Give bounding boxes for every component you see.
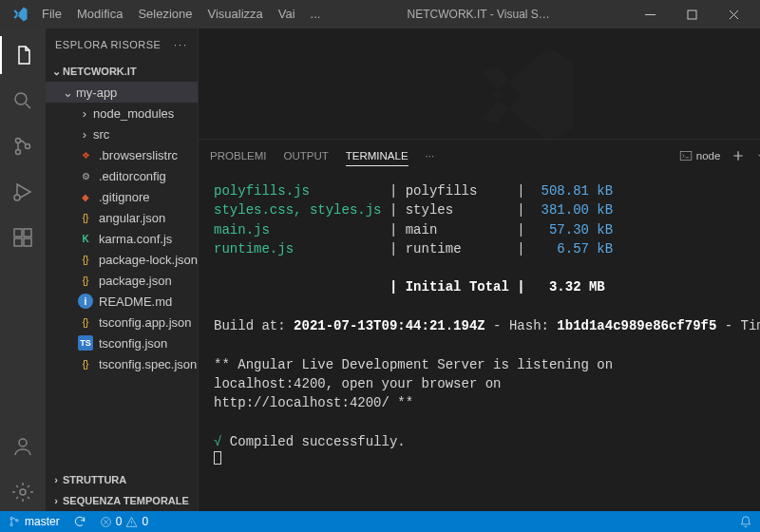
tree-label: tsconfig.spec.json — [99, 357, 197, 371]
svg-point-11 — [19, 439, 27, 446]
svg-rect-8 — [14, 238, 22, 246]
tree-file--browserslistrc[interactable]: ❖.browserslistrc — [46, 144, 198, 165]
section-label: SEQUENZA TEMPORALE — [63, 495, 189, 506]
editor-empty — [199, 28, 760, 139]
status-warnings: 0 — [142, 515, 148, 528]
svg-point-3 — [16, 139, 21, 143]
tree-label: karma.conf.js — [99, 232, 172, 246]
terminal-shell-selector[interactable]: node — [679, 149, 721, 162]
activity-source-control-icon[interactable] — [0, 127, 46, 165]
window-close-button[interactable] — [712, 0, 754, 28]
menu-more[interactable]: ... — [303, 0, 329, 28]
chevron-right-icon: › — [78, 106, 91, 121]
file-type-icon: {} — [78, 314, 93, 330]
sidebar-title: ESPLORA RISORSE — [55, 39, 161, 50]
tree-label: README.md — [99, 294, 172, 309]
tree-folder-src[interactable]: ›src — [46, 124, 198, 144]
svg-point-12 — [20, 489, 26, 495]
file-type-icon: ◆ — [78, 189, 93, 204]
workspace-name: NETCWORK.IT — [63, 66, 137, 77]
chevron-down-icon: ⌄ — [49, 66, 63, 78]
tree-label: tsconfig.app.json — [99, 315, 192, 330]
activity-explorer-icon[interactable] — [0, 36, 46, 74]
file-type-icon: K — [78, 231, 93, 246]
menu-file[interactable]: File — [34, 0, 69, 28]
file-type-icon: {} — [78, 210, 93, 225]
window-title: NETCWORK.IT - Visual S… — [328, 8, 629, 21]
section-label: STRUTTURA — [63, 474, 126, 485]
menu-go[interactable]: Vai — [271, 0, 303, 28]
menu-view[interactable]: Visualizza — [200, 0, 270, 28]
window-minimize-button[interactable] — [629, 0, 671, 28]
chevron-right-icon: › — [49, 474, 63, 485]
svg-point-6 — [14, 195, 20, 200]
bottom-panel: PROBLEMI OUTPUT TERMINALE ··· node polyf… — [199, 139, 760, 511]
status-problems[interactable]: 0 0 — [100, 515, 148, 528]
status-branch[interactable]: master — [8, 515, 60, 528]
tree-file-tsconfig-app-json[interactable]: {}tsconfig.app.json — [46, 312, 198, 332]
svg-point-4 — [16, 150, 21, 155]
chevron-down-icon: ⌄ — [61, 86, 74, 100]
activity-debug-icon[interactable] — [0, 173, 46, 211]
chevron-right-icon: › — [49, 495, 63, 506]
tree-label: src — [93, 127, 109, 142]
titlebar: File Modifica Selezione Visualizza Vai .… — [0, 0, 760, 28]
tree-folder-my-app[interactable]: ⌄ my-app — [46, 82, 198, 103]
tree-file-readme-md[interactable]: iREADME.md — [46, 291, 198, 312]
tree-file-tsconfig-json[interactable]: TStsconfig.json — [46, 332, 198, 353]
explorer-sidebar: ESPLORA RISORSE ··· ⌄ NETCWORK.IT ⌄ my-a… — [46, 28, 199, 511]
tree-label: package-lock.json — [99, 253, 198, 267]
file-type-icon: i — [78, 294, 93, 309]
tree-label: angular.json — [99, 211, 165, 225]
tree-label: package.json — [99, 274, 172, 288]
tree-label: .browserslistrc — [99, 148, 178, 162]
svg-rect-13 — [680, 151, 692, 160]
chevron-right-icon: › — [78, 127, 91, 142]
file-type-icon: TS — [78, 335, 93, 351]
section-struttura[interactable]: › STRUTTURA — [46, 469, 198, 490]
status-sync[interactable] — [73, 515, 86, 528]
terminal-output[interactable]: polyfills.js | polyfills | 508.81 kB sty… — [199, 172, 760, 511]
tree-file--editorconfig[interactable]: ⚙.editorconfig — [46, 165, 198, 186]
status-notifications-icon[interactable] — [739, 515, 752, 528]
menu-selection[interactable]: Selezione — [130, 0, 200, 28]
terminal-new-icon[interactable] — [732, 149, 745, 162]
workspace-header[interactable]: ⌄ NETCWORK.IT — [46, 61, 198, 82]
file-type-icon: {} — [78, 356, 93, 371]
activity-extensions-icon[interactable] — [0, 218, 46, 256]
vscode-logo-icon — [11, 6, 28, 23]
activity-search-icon[interactable] — [0, 82, 46, 120]
terminal-dropdown-icon[interactable] — [756, 151, 760, 161]
sidebar-header: ESPLORA RISORSE ··· — [46, 28, 198, 61]
vscode-watermark-icon — [468, 38, 582, 152]
menu-edit[interactable]: Modifica — [69, 0, 130, 28]
panel-tab-terminal[interactable]: TERMINALE — [346, 146, 408, 166]
svg-rect-0 — [645, 14, 656, 15]
tree-file-karma-conf-js[interactable]: Kkarma.conf.js — [46, 228, 198, 249]
status-errors: 0 — [116, 515, 123, 528]
tree-file-package-lock-json[interactable]: {}package-lock.json — [46, 249, 198, 270]
panel-tab-problems[interactable]: PROBLEMI — [210, 146, 266, 165]
panel-more-icon[interactable]: ··· — [426, 150, 435, 162]
svg-point-16 — [10, 523, 12, 525]
svg-rect-9 — [24, 238, 31, 246]
tree-file--gitignore[interactable]: ◆.gitignore — [46, 186, 198, 207]
file-type-icon: ⚙ — [78, 168, 93, 183]
sidebar-more-icon[interactable]: ··· — [174, 39, 188, 50]
tree-label: tsconfig.json — [99, 336, 167, 351]
file-type-icon: {} — [78, 273, 93, 288]
file-type-icon: ❖ — [78, 147, 93, 162]
status-bar: master 0 0 — [0, 511, 760, 532]
tree-file-tsconfig-spec-json[interactable]: {}tsconfig.spec.json — [46, 353, 198, 374]
activity-account-icon[interactable] — [0, 428, 46, 466]
activity-bar — [0, 28, 46, 511]
window-maximize-button[interactable] — [671, 0, 712, 28]
svg-rect-7 — [14, 229, 22, 237]
svg-point-15 — [10, 517, 12, 519]
tree-file-angular-json[interactable]: {}angular.json — [46, 207, 198, 228]
tree-file-package-json[interactable]: {}package.json — [46, 270, 198, 291]
tree-folder-node-modules[interactable]: ›node_modules — [46, 103, 198, 124]
panel-tab-output[interactable]: OUTPUT — [284, 146, 329, 165]
section-timeline[interactable]: › SEQUENZA TEMPORALE — [46, 490, 198, 511]
activity-settings-icon[interactable] — [0, 473, 46, 511]
